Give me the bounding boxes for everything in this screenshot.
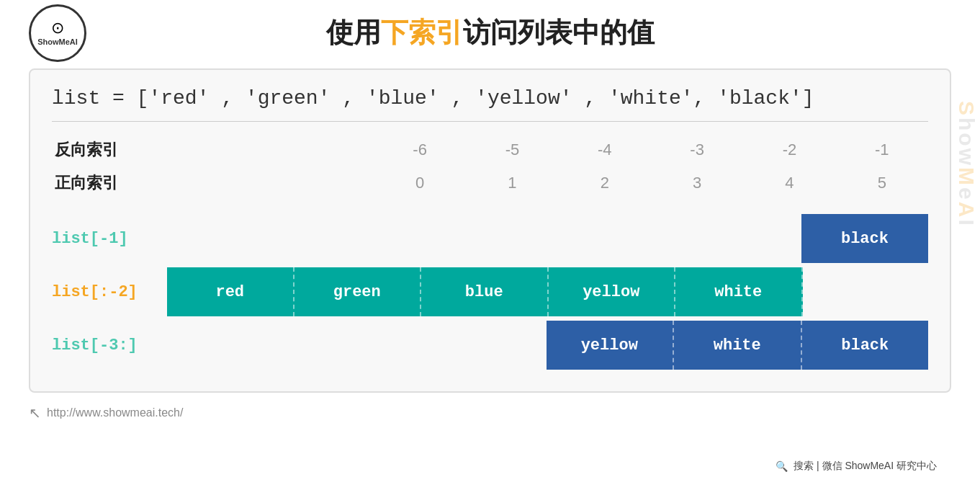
- logo: ⊙ ShowMeAI: [29, 4, 86, 62]
- footer: ↖ http://www.showmeai.tech/: [29, 404, 951, 422]
- reverse-idx-5: -1: [836, 133, 928, 166]
- example-label-1: list[-1]: [52, 230, 167, 248]
- reverse-idx-4: -2: [743, 133, 835, 166]
- item-cell-blue: blue: [421, 267, 549, 316]
- item-cell-yellow-2: yellow: [549, 267, 676, 316]
- forward-index-row: 正向索引 0 1 2 3 4 5: [52, 166, 928, 200]
- item-cell-empty-8: [420, 321, 547, 370]
- item-cell-white-3: white: [674, 321, 802, 370]
- forward-idx-5: 5: [836, 166, 928, 200]
- divider: [52, 121, 928, 122]
- item-cell-green: green: [295, 267, 422, 316]
- examples-section: list[-1] black list[:-2] red green blue: [52, 214, 928, 370]
- item-cell-empty-7: [294, 321, 421, 370]
- search-icon: 🔍: [776, 460, 788, 472]
- item-cell-empty-1: [294, 214, 421, 263]
- reverse-index-label: 反向索引: [52, 133, 374, 166]
- index-table: 反向索引 -6 -5 -4 -3 -2 -1 正向索引 0 1 2 3 4 5: [52, 133, 928, 200]
- forward-index-label: 正向索引: [52, 166, 374, 200]
- item-cell-empty-4: [675, 214, 801, 263]
- item-cell-empty-5: [803, 267, 929, 316]
- example-label-3: list[-3:]: [52, 337, 167, 355]
- reverse-idx-0: -6: [374, 133, 466, 166]
- cursor-icon: ↖: [29, 404, 41, 422]
- item-cell-black-1: black: [801, 214, 928, 263]
- item-cell-black-3: black: [802, 321, 929, 370]
- forward-idx-1: 1: [466, 166, 558, 200]
- example-row-2: list[:-2] red green blue yellow white: [52, 267, 928, 316]
- item-cell-red: red: [167, 267, 295, 316]
- page: ⊙ ShowMeAI 使用下索引访问列表中的值 list = ['red' , …: [0, 0, 980, 490]
- item-cell-empty-0: [167, 214, 294, 263]
- forward-idx-2: 2: [559, 166, 651, 200]
- item-cell-white-2: white: [675, 267, 803, 316]
- item-cell-empty-6: [167, 321, 294, 370]
- reverse-index-row: 反向索引 -6 -5 -4 -3 -2 -1: [52, 133, 928, 166]
- footer-url: http://www.showmeai.tech/: [47, 406, 183, 419]
- watermark-text: 搜索 | 微信 ShowMeAI 研究中心: [794, 460, 937, 473]
- reverse-idx-3: -3: [651, 133, 743, 166]
- page-title: 使用下索引访问列表中的值: [326, 14, 655, 51]
- title-part1: 使用: [326, 17, 381, 48]
- example-label-2: list[:-2]: [52, 283, 167, 301]
- list-declaration: list = ['red' , 'green' , 'blue' , 'yell…: [52, 87, 928, 110]
- items-grid-1: black: [167, 214, 928, 263]
- reverse-idx-2: -4: [559, 133, 651, 166]
- item-cell-yellow-3: yellow: [547, 321, 675, 370]
- title-part2: 访问列表中的值: [463, 17, 655, 48]
- item-cell-empty-3: [548, 214, 675, 263]
- content-box: list = ['red' , 'green' , 'blue' , 'yell…: [29, 68, 951, 393]
- item-cell-empty-2: [421, 214, 547, 263]
- side-watermark: ShowMeAI: [954, 101, 979, 228]
- items-grid-3: yellow white black: [167, 321, 928, 370]
- example-row-1: list[-1] black: [52, 214, 928, 263]
- logo-text: ShowMeAI: [37, 37, 78, 46]
- logo-icon: ⊙: [51, 20, 64, 36]
- items-grid-2: red green blue yellow white: [167, 267, 928, 316]
- example-row-3: list[-3:] yellow white black: [52, 321, 928, 370]
- forward-idx-4: 4: [743, 166, 835, 200]
- reverse-idx-1: -5: [466, 133, 558, 166]
- title-highlight: 下索引: [381, 17, 463, 48]
- bottom-watermark: 🔍 搜索 | 微信 ShowMeAI 研究中心: [768, 457, 944, 476]
- header: ⊙ ShowMeAI 使用下索引访问列表中的值: [29, 14, 951, 51]
- forward-idx-3: 3: [651, 166, 743, 200]
- forward-idx-0: 0: [374, 166, 466, 200]
